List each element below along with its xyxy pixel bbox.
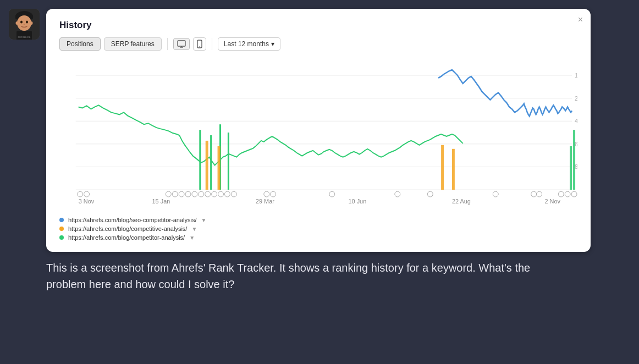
svg-text:10 Jun: 10 Jun: [349, 198, 367, 205]
svg-rect-32: [441, 145, 444, 190]
svg-text:46: 46: [575, 118, 577, 124]
svg-point-42: [192, 191, 197, 197]
legend-url-blue: https://ahrefs.com/blog/seo-competitor-a…: [68, 217, 197, 223]
svg-point-47: [224, 191, 230, 197]
legend-url-green: https://ahrefs.com/blog/competitor-analy…: [68, 234, 185, 241]
legend-arrow-green[interactable]: ▼: [189, 235, 195, 241]
dropdown-arrow-icon: ▾: [271, 40, 274, 48]
svg-point-14: [199, 46, 200, 47]
mobile-icon[interactable]: [193, 37, 206, 51]
svg-text:15 Jan: 15 Jan: [152, 198, 170, 205]
chat-container: METALLICA × History Positions SERP featu…: [9, 9, 630, 301]
svg-text:3 Nov: 3 Nov: [79, 198, 95, 205]
legend-item-orange: https://ahrefs.com/blog/competitive-anal…: [59, 225, 577, 232]
svg-point-54: [493, 191, 498, 197]
svg-point-55: [531, 191, 537, 197]
chart-area: 10 28 46 64 82: [59, 58, 577, 212]
svg-text:METALLICA: METALLICA: [18, 36, 31, 38]
svg-text:28: 28: [575, 95, 577, 102]
svg-point-40: [179, 191, 184, 197]
ranking-chart: 10 28 46 64 82: [59, 58, 577, 212]
svg-point-37: [84, 191, 90, 197]
svg-point-41: [185, 191, 191, 197]
toolbar-separator: [167, 38, 168, 50]
legend-dot-orange: [59, 227, 64, 231]
user-message-row: METALLICA × History Positions SERP featu…: [9, 9, 630, 301]
legend-dot-blue: [59, 218, 64, 222]
svg-point-43: [199, 191, 204, 197]
message-content: × History Positions SERP features: [46, 9, 630, 293]
svg-point-39: [172, 191, 178, 197]
svg-text:10: 10: [575, 72, 577, 79]
history-card: × History Positions SERP features: [46, 9, 591, 252]
svg-point-2: [17, 15, 31, 31]
positions-tab[interactable]: Positions: [59, 37, 101, 51]
svg-point-50: [271, 191, 276, 197]
svg-point-36: [78, 191, 83, 197]
svg-rect-10: [178, 41, 185, 46]
legend-item-green: https://ahrefs.com/blog/competitor-analy…: [59, 234, 577, 241]
svg-text:2 Nov: 2 Nov: [545, 198, 561, 205]
svg-point-53: [427, 191, 433, 197]
time-period-dropdown[interactable]: Last 12 months ▾: [218, 37, 280, 51]
svg-text:22 Aug: 22 Aug: [452, 198, 471, 205]
svg-point-58: [565, 191, 570, 197]
svg-text:29 Mar: 29 Mar: [256, 198, 274, 205]
legend-item-blue: https://ahrefs.com/blog/seo-competitor-a…: [59, 217, 577, 223]
user-text-message: This is a screenshot from Ahrefs' Rank T…: [46, 257, 541, 293]
toolbar-separator-2: [212, 38, 212, 50]
svg-point-52: [395, 191, 400, 197]
svg-point-4: [26, 21, 28, 24]
svg-point-46: [218, 191, 224, 197]
legend-arrow-blue[interactable]: ▼: [201, 217, 207, 223]
desktop-icon[interactable]: [173, 38, 190, 50]
svg-point-5: [24, 24, 25, 25]
svg-rect-35: [573, 130, 575, 190]
serp-features-tab[interactable]: SERP features: [104, 37, 162, 51]
svg-point-38: [166, 191, 171, 197]
svg-point-44: [205, 191, 211, 197]
svg-rect-34: [570, 146, 572, 190]
toolbar: Positions SERP features: [59, 37, 577, 51]
svg-rect-33: [452, 149, 455, 190]
svg-point-48: [231, 191, 236, 197]
svg-point-8: [16, 21, 19, 25]
svg-point-3: [20, 21, 23, 24]
avatar: METALLICA: [9, 9, 40, 40]
svg-rect-31: [218, 146, 221, 190]
legend-arrow-orange[interactable]: ▼: [191, 226, 197, 232]
svg-point-56: [537, 191, 542, 197]
svg-point-51: [329, 191, 335, 197]
card-title: History: [59, 20, 577, 31]
close-button[interactable]: ×: [578, 15, 583, 24]
svg-point-45: [212, 191, 217, 197]
svg-point-49: [264, 191, 269, 197]
legend-dot-green: [59, 235, 64, 240]
svg-rect-30: [206, 141, 208, 190]
svg-point-59: [571, 191, 577, 197]
svg-point-9: [30, 21, 33, 25]
legend-url-orange: https://ahrefs.com/blog/competitive-anal…: [68, 225, 187, 232]
svg-point-57: [558, 191, 564, 197]
chart-legend: https://ahrefs.com/blog/seo-competitor-a…: [59, 217, 577, 241]
